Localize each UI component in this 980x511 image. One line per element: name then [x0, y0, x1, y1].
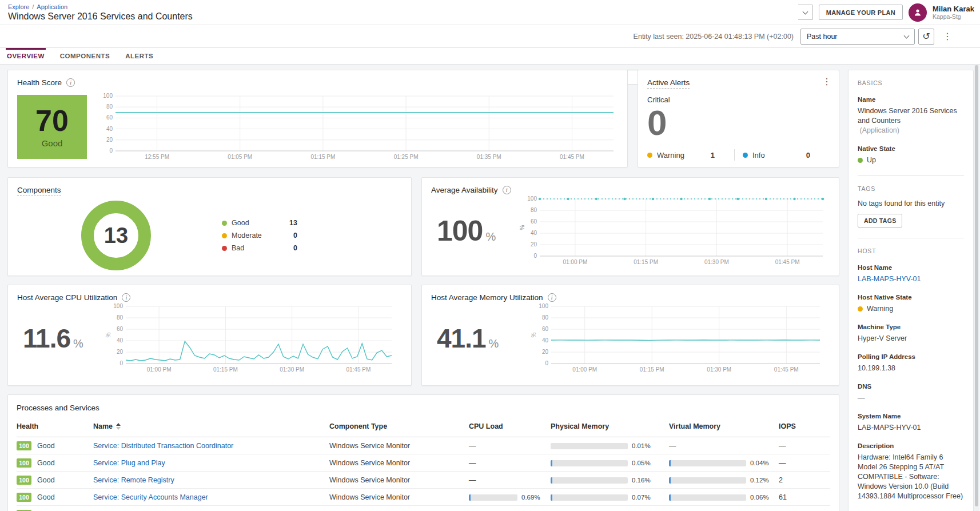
- column-header-component-type[interactable]: Component Type: [329, 422, 469, 430]
- column-header-name[interactable]: Name: [93, 422, 329, 430]
- component-type-cell: Windows Service Monitor: [329, 459, 469, 467]
- svg-text:20: 20: [106, 137, 113, 143]
- tab-overview[interactable]: OVERVIEW: [7, 48, 45, 64]
- svg-text:40: 40: [106, 126, 113, 132]
- cpu-unit: %: [73, 337, 83, 350]
- cpu-title: Host Average CPU Utilization: [17, 293, 402, 302]
- service-link[interactable]: Service: Distributed Transaction Coordin…: [93, 442, 233, 450]
- person-icon: [913, 8, 922, 17]
- svg-text:40: 40: [542, 337, 549, 344]
- table-row: 100GoodService: Security Accounts Manage…: [17, 489, 830, 506]
- breadcrumb-application-link[interactable]: Application: [37, 3, 67, 10]
- health-status-label: Good: [37, 459, 55, 467]
- components-legend: Good13 Moderate0 Bad0: [222, 214, 297, 257]
- service-link[interactable]: Service: Security Accounts Manager: [93, 493, 208, 501]
- svg-text:80: 80: [117, 314, 124, 321]
- cpu-utilization-card: Host Average CPU Utilization 11.6 % 01:0…: [7, 285, 412, 386]
- moderate-dot: [222, 233, 227, 238]
- field-value-host-native-state: Warning: [858, 304, 964, 314]
- user-info: Milan Karak Kappa-Stg: [933, 5, 974, 20]
- info-label: Info: [752, 151, 765, 159]
- availability-chart: 01:00 PM01:15 PM01:30 PM01:45 PM02040608…: [517, 195, 828, 266]
- cpu-chart: 01:00 PM01:15 PM01:30 PM01:45 PM02040608…: [103, 303, 397, 374]
- user-avatar[interactable]: [909, 3, 927, 22]
- usage-percent: 0.69%: [521, 494, 540, 501]
- health-status-label: Good: [37, 476, 55, 484]
- entity-tabs: OVERVIEW COMPONENTS ALERTS: [0, 48, 980, 65]
- service-link[interactable]: Service: Remote Registry: [93, 476, 174, 484]
- components-total: 13: [104, 223, 128, 248]
- svg-text:40: 40: [531, 230, 537, 236]
- info-icon[interactable]: [503, 186, 511, 194]
- svg-text:0: 0: [533, 253, 537, 259]
- usage-bar: [469, 494, 517, 501]
- sidebar-section-heading: BASICS: [858, 79, 964, 86]
- warning-label: Warning: [657, 151, 684, 159]
- usage-bar-fill: [551, 477, 552, 484]
- column-header-iops[interactable]: IOPS: [779, 422, 830, 430]
- column-header-virtual-memory[interactable]: Virtual Memory: [669, 422, 779, 430]
- field-label-system-name: System Name: [858, 413, 964, 420]
- health-score-badge: 100: [17, 458, 31, 468]
- tab-alerts[interactable]: ALERTS: [125, 48, 153, 64]
- column-header-cpu-load[interactable]: CPU Load: [469, 422, 551, 430]
- component-type-cell: Windows Service Monitor: [329, 476, 469, 484]
- svg-text:20: 20: [117, 349, 124, 355]
- name-cell: Service: Security Accounts Manager: [93, 493, 329, 501]
- health-cell: 100Good: [17, 441, 93, 450]
- usage-bar-fill: [669, 460, 671, 466]
- svg-text:80: 80: [106, 103, 113, 110]
- processes-table-body: 100GoodService: Distributed Transaction …: [17, 437, 830, 511]
- memory-chart: 01:00 PM01:15 PM01:30 PM01:45 PM02040608…: [528, 303, 826, 374]
- legend-divider: [734, 149, 735, 161]
- iops-cell: 2: [779, 476, 830, 484]
- time-range-select[interactable]: Past hour: [800, 29, 915, 45]
- svg-text:80: 80: [531, 207, 537, 213]
- scrollbar-thumb[interactable]: [975, 65, 978, 506]
- svg-text:60: 60: [106, 114, 113, 121]
- history-button[interactable]: ↺: [918, 29, 934, 45]
- header-left: Explore / Application Windows Server 201…: [8, 3, 193, 22]
- svg-text:01:00 PM: 01:00 PM: [147, 366, 172, 373]
- svg-text:%: %: [105, 332, 111, 337]
- page-title: Windows Server 2016 Services and Counter…: [8, 11, 193, 22]
- legend-bad: Bad0: [222, 244, 297, 252]
- field-value-dns: —: [858, 393, 964, 403]
- tab-components[interactable]: COMPONENTS: [60, 48, 110, 64]
- virtual-memory-cell: 0.06%: [669, 493, 779, 501]
- usage-bar: [551, 460, 628, 466]
- svg-text:20: 20: [531, 241, 537, 247]
- svg-text:100: 100: [527, 195, 537, 202]
- manage-plan-button[interactable]: MANAGE YOUR PLAN: [819, 5, 903, 20]
- svg-text:12:55 PM: 12:55 PM: [145, 154, 169, 160]
- alerts-kebab-menu[interactable]: ⋮: [820, 77, 833, 86]
- cpu-load-cell: —: [469, 442, 551, 450]
- chevron-down-icon: [802, 9, 808, 14]
- svg-text:01:15 PM: 01:15 PM: [634, 259, 658, 265]
- column-header-health[interactable]: Health: [17, 422, 93, 430]
- health-score-title: Health Score: [17, 78, 618, 87]
- info-icon[interactable]: [66, 78, 75, 87]
- user-org: Kappa-Stg: [933, 13, 974, 20]
- info-icon[interactable]: [548, 293, 556, 302]
- usage-bar: [551, 494, 628, 501]
- cpu-load-cell: —: [469, 459, 551, 467]
- entity-sidebar-content: BASICSNameWindows Server 2016 Services a…: [858, 79, 964, 511]
- field-link-host-name[interactable]: LAB-MAPS-HYV-01: [858, 274, 921, 284]
- column-header-physical-memory[interactable]: Physical Memory: [551, 422, 669, 430]
- usage-bar-fill: [669, 494, 671, 501]
- breadcrumb-explore-link[interactable]: Explore: [8, 3, 29, 10]
- info-icon[interactable]: [122, 293, 130, 302]
- iops-cell: —: [779, 442, 830, 450]
- sort-icon: [116, 423, 121, 430]
- service-link[interactable]: Service: Plug and Play: [93, 459, 165, 467]
- add-tags-button[interactable]: ADD TAGS: [858, 214, 902, 227]
- svg-text:0: 0: [109, 147, 113, 154]
- add-data-dropdown-button[interactable]: [798, 5, 813, 20]
- toolbar-kebab-menu[interactable]: ⋮: [941, 32, 954, 41]
- component-type-cell: Windows Service Monitor: [329, 493, 469, 501]
- field-label-host-name: Host Name: [858, 264, 964, 271]
- health-cell: 100Good: [17, 476, 93, 485]
- field-value-description: Hardware: Intel64 Family 6 Model 26 Step…: [858, 453, 964, 501]
- svg-text:01:30 PM: 01:30 PM: [280, 366, 304, 373]
